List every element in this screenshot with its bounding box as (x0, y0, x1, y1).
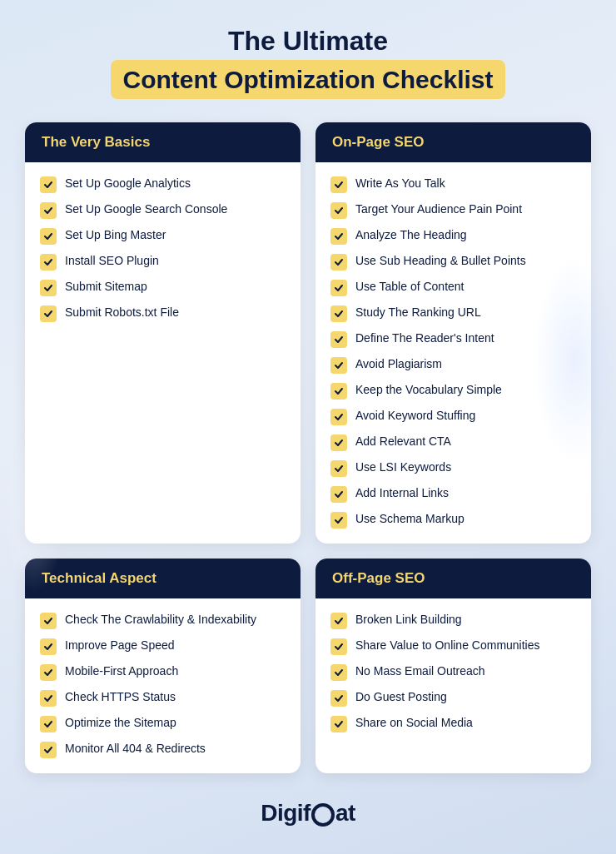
check-icon (330, 690, 347, 707)
item-label: Submit Robots.txt File (65, 305, 179, 321)
onpage-body: Write As You Talk Target Your Audience P… (315, 162, 591, 544)
item-label: Share Value to Online Communities (355, 638, 540, 654)
list-item: Use Sub Heading & Bullet Points (330, 253, 576, 271)
logo-o (311, 803, 335, 827)
item-label: Keep the Vocabulary Simple (355, 382, 502, 399)
check-icon (330, 331, 347, 348)
offpage-title: Off-Page SEO (332, 570, 425, 586)
list-item: Install SEO Plugin (40, 253, 286, 271)
check-icon (40, 716, 57, 732)
list-item: Analyze The Heading (330, 227, 576, 245)
item-label: Monitor All 404 & Redirects (65, 741, 206, 757)
list-item: Keep the Vocabulary Simple (330, 382, 576, 400)
check-icon (40, 202, 57, 219)
item-label: Check The Crawlability & Indexability (65, 612, 256, 628)
item-label: Mobile-First Approach (65, 663, 178, 680)
logo: Digifat (261, 800, 355, 827)
offpage-card: Off-Page SEO Broken Link Building Share … (315, 559, 591, 773)
list-item: Write As You Talk (330, 176, 576, 193)
technical-title: Technical Aspect (42, 570, 156, 586)
list-item: Avoid Plagiarism (330, 356, 576, 374)
item-label: Study The Ranking URL (355, 305, 481, 321)
onpage-card: On-Page SEO Write As You Talk Target You… (315, 122, 591, 544)
list-item: Submit Robots.txt File (40, 305, 286, 322)
item-label: Broken Link Building (355, 612, 462, 628)
list-item: Mobile-First Approach (40, 663, 286, 681)
item-label: Use Sub Heading & Bullet Points (355, 253, 526, 270)
item-label: Write As You Talk (355, 176, 445, 192)
list-item: No Mass Email Outreach (330, 663, 576, 681)
title-section: The Ultimate Content Optimization Checkl… (111, 25, 504, 99)
list-item: Set Up Bing Master (40, 227, 286, 245)
technical-header: Technical Aspect (25, 559, 301, 598)
list-item: Optimize the Sitemap (40, 715, 286, 732)
list-item: Monitor All 404 & Redirects (40, 741, 286, 758)
list-item: Broken Link Building (330, 612, 576, 629)
check-icon (40, 742, 57, 758)
check-icon (330, 613, 347, 629)
item-label: Check HTTPS Status (65, 689, 176, 706)
check-icon (330, 305, 347, 322)
list-item: Set Up Google Analytics (40, 176, 286, 193)
onpage-header: On-Page SEO (315, 122, 591, 162)
item-label: Add Relevant CTA (355, 434, 451, 450)
list-item: Share on Social Media (330, 715, 576, 732)
list-item: Share Value to Online Communities (330, 638, 576, 655)
item-label: Define The Reader's Intent (355, 330, 494, 347)
item-label: Install SEO Plugin (65, 253, 159, 270)
item-label: Avoid Keyword Stuffing (355, 408, 475, 425)
check-icon (40, 664, 57, 681)
check-icon (330, 202, 347, 219)
item-label: Target Your Audience Pain Point (355, 201, 522, 218)
logo-suffix: at (335, 800, 355, 826)
technical-card: Technical Aspect Check The Crawlability … (25, 559, 301, 773)
check-icon (40, 280, 57, 296)
item-label: Set Up Bing Master (65, 227, 166, 244)
list-item: Add Relevant CTA (330, 434, 576, 451)
content-grid: The Very Basics Set Up Google Analytics … (25, 122, 591, 773)
check-icon (330, 357, 347, 374)
item-label: Submit Sitemap (65, 279, 147, 295)
check-icon (330, 512, 347, 529)
check-icon (330, 664, 347, 681)
list-item: Use Schema Markup (330, 511, 576, 529)
list-item: Use LSI Keywords (330, 459, 576, 477)
item-label: No Mass Email Outreach (355, 663, 485, 680)
check-icon (40, 305, 57, 322)
list-item: Improve Page Speed (40, 638, 286, 655)
check-icon (330, 409, 347, 425)
check-icon (330, 228, 347, 245)
list-item: Study The Ranking URL (330, 305, 576, 322)
item-label: Set Up Google Search Console (65, 201, 227, 218)
basics-body: Set Up Google Analytics Set Up Google Se… (25, 162, 301, 337)
item-label: Set Up Google Analytics (65, 176, 191, 192)
logo-prefix: Digif (261, 800, 310, 826)
list-item: Add Internal Links (330, 485, 576, 503)
check-icon (330, 254, 347, 271)
item-label: Do Guest Posting (355, 689, 447, 706)
check-icon (40, 638, 57, 655)
check-icon (40, 254, 57, 271)
basics-header: The Very Basics (25, 122, 301, 162)
check-icon (330, 638, 347, 655)
check-icon (330, 176, 347, 193)
title-line2: Content Optimization Checklist (111, 60, 504, 99)
check-icon (40, 176, 57, 193)
list-item: Do Guest Posting (330, 689, 576, 707)
list-item: Set Up Google Search Console (40, 201, 286, 219)
onpage-title: On-Page SEO (332, 134, 425, 150)
item-label: Optimize the Sitemap (65, 715, 176, 732)
item-label: Analyze The Heading (355, 227, 467, 244)
basics-title: The Very Basics (42, 134, 150, 150)
check-icon (330, 280, 347, 296)
check-icon (330, 434, 347, 451)
logo-section: Digifat (261, 800, 355, 827)
list-item: Use Table of Content (330, 279, 576, 296)
offpage-header: Off-Page SEO (315, 559, 591, 598)
item-label: Improve Page Speed (65, 638, 175, 654)
item-label: Avoid Plagiarism (355, 356, 442, 373)
list-item: Submit Sitemap (40, 279, 286, 296)
list-item: Target Your Audience Pain Point (330, 201, 576, 219)
title-line1: The Ultimate (111, 25, 504, 57)
list-item: Check HTTPS Status (40, 689, 286, 707)
